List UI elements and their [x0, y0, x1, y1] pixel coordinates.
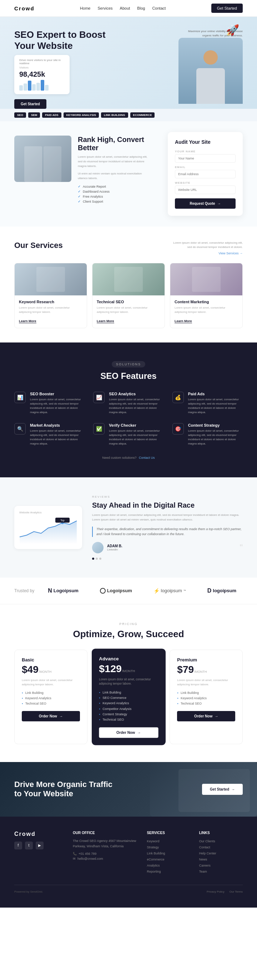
- nav-blog[interactable]: Blog: [137, 6, 145, 10]
- footer-link-analytics[interactable]: Analytics: [147, 862, 190, 869]
- pricing-title: Optimize, Grow, Succeed: [14, 628, 243, 640]
- features-section: SOLUTIONS SEO Features 📊 SEO Booster Lor…: [0, 342, 257, 477]
- order-premium-button[interactable]: Order Now→: [177, 711, 235, 721]
- rank-features-list: ✓Accurate Report ✓Dashboard Access ✓Free…: [78, 185, 150, 204]
- cta-banner: Drive More Organic Traffic to Your Websi…: [0, 762, 257, 817]
- quote-icon: ": [239, 542, 243, 553]
- plan-desc-advance: Lorem ipsum dolor sit amet, consectetur …: [99, 678, 158, 686]
- stats-label: Drive more visitors to your site in real…: [19, 59, 65, 65]
- learn-more-technical[interactable]: Learn More: [97, 319, 114, 323]
- bar-1: [19, 85, 23, 91]
- footer-terms-link[interactable]: Our Terms: [230, 890, 243, 893]
- footer-office-heading: OUR OFFICE: [73, 831, 138, 835]
- basic-feature-0: ●Link Building: [22, 691, 80, 695]
- footer-link-reporting[interactable]: Reporting: [147, 869, 190, 875]
- stats-card: Drive more visitors to your site in real…: [14, 55, 70, 94]
- pricing-card-basic: Basic $49 /MONTH Lorem ipsum dolor sit a…: [14, 650, 88, 744]
- tag-sem: SEM: [28, 112, 40, 118]
- audit-input-email[interactable]: [175, 170, 236, 178]
- trusted-section: Trusted by NLogoipsum Logoipsum ⚡logoips…: [0, 578, 257, 605]
- feature-name-0: SEO Booster: [30, 392, 85, 396]
- feature-item-content-strategy: 🎯 Content Strategy Lorem ipsum dolor sit…: [172, 423, 243, 446]
- learn-more-content[interactable]: Learn More: [174, 319, 192, 323]
- footer-link-keyword[interactable]: Keyword: [147, 838, 190, 845]
- footer-link-clients[interactable]: Our Clients: [199, 838, 243, 845]
- advance-feature-2: ●Keyword Analytics: [99, 702, 158, 705]
- plan-price-advance: $129: [99, 663, 122, 675]
- footer-privacy-link[interactable]: Privacy Policy: [207, 890, 225, 893]
- tag-keyword: KEYWORD ANALYSIS: [64, 112, 99, 118]
- hero-section: SEO Expert to Boost Your Website Drive m…: [0, 17, 257, 109]
- footer-bottom: Powered by SendGrid. Privacy Policy Our …: [14, 885, 243, 893]
- footer-link-contact[interactable]: Contact: [199, 845, 243, 851]
- reviews-quote: Their expertise, dedication, and commitm…: [92, 527, 243, 537]
- premium-feature-1: ●Keyword Analytics: [177, 696, 235, 700]
- footer-link-news[interactable]: News: [199, 857, 243, 862]
- plan-period-premium: /MONTH: [194, 670, 207, 673]
- footer-email-link[interactable]: hello@crowd.com: [77, 857, 103, 861]
- service-name-keyword: Keyword Research: [19, 300, 83, 304]
- footer-social-row: f t ▶: [14, 842, 64, 850]
- feature-item-market: 🔍 Market Analysts Lorem ipsum dolor sit …: [14, 423, 85, 446]
- plan-desc-basic: Lorem ipsum dolor sit amet, consectetur …: [22, 678, 80, 687]
- pricing-cards-row: Basic $49 /MONTH Lorem ipsum dolor sit a…: [14, 650, 243, 744]
- view-services-link[interactable]: View Services →: [219, 251, 243, 255]
- features-contact-link[interactable]: Contact Us: [139, 456, 155, 460]
- content-strategy-icon: 🎯: [172, 423, 184, 434]
- audit-input-website[interactable]: [175, 186, 236, 194]
- service-card-content: Content Marketing Lorem ipsum dolor sit …: [170, 263, 243, 328]
- pricing-section: PRICING Optimize, Grow, Succeed Basic $4…: [0, 605, 257, 762]
- rank-audit-section: Rank High, Convert Better Lorem ipsum do…: [0, 121, 257, 226]
- footer-link-helpcenter[interactable]: Help Center: [199, 851, 243, 857]
- learn-more-keyword[interactable]: Learn More: [19, 319, 37, 323]
- service-desc-keyword: Lorem ipsum dolor sit amet, consectetur …: [19, 306, 83, 314]
- footer-link-ecommerce[interactable]: eCommerce: [147, 857, 190, 862]
- order-advance-button[interactable]: Order Now→: [99, 727, 158, 738]
- audit-submit-button[interactable]: Request Quote→: [175, 198, 236, 209]
- nav-home[interactable]: Home: [80, 6, 90, 10]
- footer-link-team[interactable]: Team: [199, 869, 243, 875]
- cta-banner-button[interactable]: Get Started→: [202, 784, 243, 795]
- footer-link-strategy[interactable]: Strategy: [147, 845, 190, 851]
- analytics-chart: Top: [19, 515, 77, 544]
- reviews-content: REVIEWS Stay Ahead in the Digital Race L…: [92, 495, 243, 559]
- service-name-technical: Technical SEO: [97, 300, 160, 304]
- tag-link: LINK BUILDING: [101, 112, 128, 118]
- nav-services[interactable]: Services: [97, 6, 112, 10]
- reviewer-avatar: [92, 542, 104, 553]
- audit-input-name[interactable]: [175, 154, 236, 163]
- tag-seo: SEO: [14, 112, 26, 118]
- bar-2: [24, 83, 27, 91]
- feature-name-5: Content Strategy: [188, 423, 243, 427]
- advance-feature-0: ●Link Building: [99, 690, 158, 694]
- facebook-icon[interactable]: f: [14, 842, 22, 850]
- twitter-icon[interactable]: t: [25, 842, 33, 850]
- dot-1: [92, 558, 94, 560]
- footer: Crowd f t ▶ OUR OFFICE The Crowd SEO Age…: [0, 817, 257, 908]
- stats-sublabel: Visitors: [19, 66, 65, 69]
- nav-about[interactable]: About: [120, 6, 130, 10]
- plan-desc-premium: Lorem ipsum dolor sit amet, consectetur …: [177, 678, 235, 687]
- pricing-tag: PRICING: [14, 622, 243, 626]
- features-tag: SOLUTIONS: [112, 361, 145, 368]
- hero-cta-button[interactable]: Get Started: [14, 99, 46, 109]
- youtube-icon[interactable]: ▶: [36, 842, 43, 850]
- footer-link-careers[interactable]: Careers: [199, 862, 243, 869]
- rank-feature-1: ✓Accurate Report: [78, 185, 150, 188]
- tag-paid: PAID ADS: [42, 112, 61, 118]
- reviews-section: Website Analytics Top REVIEWS Stay Ahead…: [0, 477, 257, 577]
- plan-name-advance: Advance: [99, 656, 158, 662]
- order-basic-button[interactable]: Order Now→: [22, 711, 80, 721]
- plan-name-premium: Premium: [177, 657, 235, 662]
- bar-4: [32, 84, 36, 91]
- nav-cta-button[interactable]: Get Started: [211, 3, 243, 13]
- features-grid: 📊 SEO Booster Lorem ipsum dolor sit amet…: [14, 392, 243, 446]
- rank-section: Rank High, Convert Better Lorem ipsum do…: [0, 121, 164, 226]
- footer-link-linkbuilding[interactable]: Link Building: [147, 851, 190, 857]
- nav-logo: Crowd: [14, 5, 35, 11]
- service-img-keyword: [14, 263, 87, 295]
- premium-feature-0: ●Link Building: [177, 691, 235, 695]
- premium-feature-2: ●Technical SEO: [177, 702, 235, 705]
- reviews-desc: Lorem ipsum dolor sit amet, consectetur …: [92, 513, 243, 522]
- nav-contact[interactable]: Contact: [152, 6, 166, 10]
